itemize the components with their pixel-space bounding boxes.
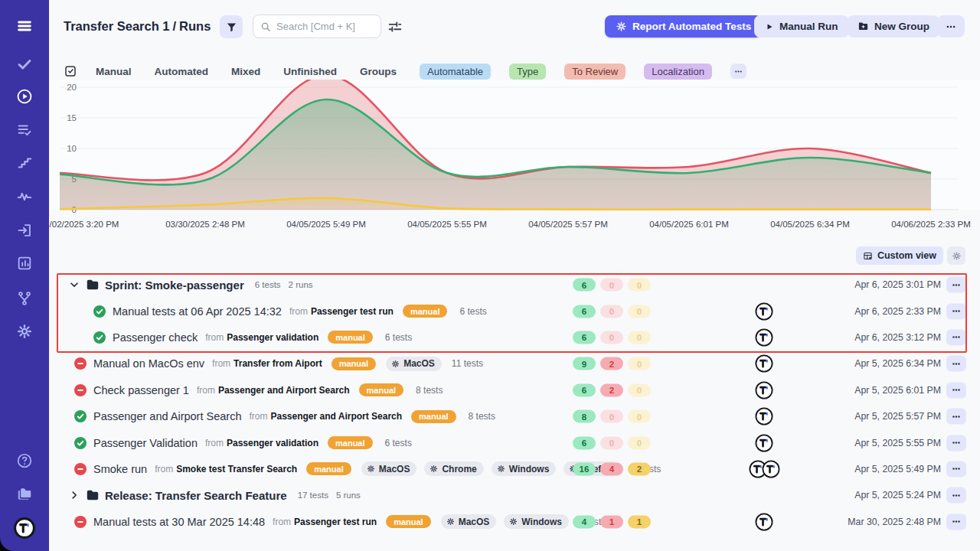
tests-count: 11 tests — [452, 358, 483, 369]
passed-count-pill: 6 — [573, 383, 596, 396]
from-label: from — [273, 517, 291, 527]
status-passed-icon — [74, 410, 87, 422]
sidebar-item-projects[interactable] — [16, 485, 33, 502]
sidebar-item-analytics[interactable] — [16, 255, 33, 272]
avatar — [762, 460, 780, 478]
tests-count: 8 tests — [469, 411, 495, 422]
tests-count: 6 tests — [459, 306, 486, 317]
new-group-button[interactable]: New Group — [848, 15, 939, 37]
gear-icon — [391, 360, 400, 368]
pulse-icon — [16, 188, 33, 205]
manual-run-button[interactable]: Manual Run — [754, 15, 849, 37]
row-lead: Sprint: Smoke-passenger6 tests2 runs — [49, 278, 321, 292]
run-title: Check passenger 1 — [93, 384, 189, 396]
run-row[interactable]: Manual on MacOs envfromTransfer from Aip… — [49, 350, 980, 377]
sidebar-item-pulse[interactable] — [16, 188, 33, 205]
group-meta: 6 tests — [255, 280, 281, 289]
run-row[interactable]: Manual tests at 30 Mar 2025 14:48fromPas… — [49, 509, 980, 535]
list-settings-button[interactable] — [947, 246, 965, 265]
search-input[interactable] — [276, 21, 374, 32]
tab-automated[interactable]: Automated — [155, 66, 209, 77]
breadcrumb-separator: / — [170, 19, 180, 33]
row-more-button[interactable] — [946, 382, 966, 398]
row-more-button[interactable] — [946, 277, 966, 293]
run-row[interactable]: Check passenger 1fromPassenger and Airpo… — [49, 377, 980, 403]
sidebar-item-menu[interactable] — [16, 18, 33, 34]
ellipsis-icon — [952, 386, 961, 395]
tab-manual[interactable]: Manual — [96, 66, 132, 77]
chart-x-tick: 03/30/2025 2:48 PM — [155, 220, 255, 229]
ellipsis-icon — [952, 307, 961, 316]
select-checkbox-icon[interactable] — [64, 64, 77, 78]
row-more-button[interactable] — [946, 329, 966, 345]
row-more-button[interactable] — [946, 409, 966, 425]
source-suite-link[interactable]: Transfer from Aiport — [234, 358, 322, 369]
run-row[interactable]: Passenger checkfromPassenger validationm… — [49, 324, 980, 350]
source-suite-link[interactable]: Smoke test Transfer Search — [176, 464, 297, 474]
group-title: Sprint: Smoke-passenger — [105, 279, 244, 292]
user-avatar-logo[interactable] — [14, 517, 35, 539]
sidebar-item-import[interactable] — [16, 222, 33, 239]
breadcrumb-project[interactable]: Transfer Search 1 — [64, 19, 170, 33]
source-suite-link[interactable]: Passenger test run — [294, 517, 377, 527]
view-settings-button[interactable] — [387, 18, 403, 35]
custom-view-button[interactable]: Custom view — [856, 246, 943, 265]
report-button-label: Report Automated Tests — [632, 21, 751, 32]
failed-count-pill: 4 — [600, 462, 623, 475]
folder-plus-icon — [858, 21, 869, 32]
group-row[interactable]: Sprint: Smoke-passenger6 tests2 runs600A… — [49, 272, 980, 298]
sidebar-item-tests[interactable] — [16, 56, 33, 73]
sidebar-item-branches[interactable] — [16, 290, 33, 307]
more-filters-button[interactable] — [730, 64, 746, 79]
row-more-button[interactable] — [946, 356, 966, 372]
row-more-button[interactable] — [946, 435, 966, 451]
failed-count-pill: 0 — [600, 305, 623, 318]
sidebar-item-test-plans[interactable] — [16, 122, 33, 139]
run-row[interactable]: Passenger ValidationfromPassenger valida… — [49, 429, 980, 455]
chart-x-tick: 04/06/2025 2:33 PM — [881, 220, 980, 229]
gear-icon — [430, 465, 438, 473]
chevron-down-icon[interactable] — [69, 279, 80, 290]
filter-chip-automatable[interactable]: Automatable — [420, 64, 491, 80]
row-more-button[interactable] — [946, 487, 966, 504]
skipped-count-pill: 0 — [628, 279, 651, 292]
import-icon — [16, 222, 33, 239]
manual-badge: manual — [306, 462, 351, 475]
source-suite-link[interactable]: Passenger test run — [311, 306, 394, 317]
env-chip-macos: MacOS — [361, 461, 417, 476]
result-counts: 800 — [573, 410, 651, 423]
gear-icon — [367, 465, 375, 473]
ellipsis-icon — [952, 491, 961, 500]
sidebar-item-help[interactable] — [16, 452, 33, 469]
source-suite-link[interactable]: Passenger and Airport Search — [270, 411, 402, 422]
source-suite-link[interactable]: Passenger validation — [227, 438, 318, 448]
run-row[interactable]: Passenger and Airport SearchfromPassenge… — [49, 403, 980, 429]
filter-chip-localization[interactable]: Localization — [644, 64, 712, 80]
report-automated-tests-button[interactable]: Report Automated Tests — [605, 15, 762, 37]
sidebar-item-runs[interactable] — [16, 88, 33, 105]
tab-mixed[interactable]: Mixed — [231, 66, 260, 77]
row-more-button[interactable] — [946, 303, 966, 319]
group-row[interactable]: Release: Transfer Search Feature17 tests… — [49, 482, 980, 508]
assignee-avatars — [743, 328, 786, 347]
run-row[interactable]: Smoke runfromSmoke test Transfer Searchm… — [49, 456, 980, 482]
tab-groups[interactable]: Groups — [360, 66, 397, 77]
tab-unfinished[interactable]: Unfinished — [283, 66, 337, 77]
header-more-button[interactable] — [937, 15, 965, 37]
filter-chip-type[interactable]: Type — [509, 64, 546, 80]
main-content: Transfer Search 1/Runs Report Automated … — [49, 0, 980, 551]
filter-button[interactable] — [220, 15, 243, 38]
source-suite-link[interactable]: Passenger and Airport Search — [218, 385, 350, 396]
manual-badge: manual — [328, 436, 373, 449]
run-row[interactable]: Manual tests at 06 Apr 2025 14:32fromPas… — [49, 298, 980, 324]
filter-chip-to-review[interactable]: To Review — [564, 64, 626, 80]
ellipsis-icon — [952, 517, 961, 527]
sidebar-item-settings[interactable] — [16, 323, 33, 340]
row-more-button[interactable] — [946, 461, 966, 477]
result-counts: 600 — [573, 305, 651, 318]
chevron-right-icon[interactable] — [69, 490, 80, 500]
row-more-button[interactable] — [946, 514, 966, 530]
sidebar-item-steps[interactable] — [16, 155, 33, 171]
status-passed-icon — [93, 331, 106, 344]
source-suite-link[interactable]: Passenger validation — [227, 332, 318, 343]
